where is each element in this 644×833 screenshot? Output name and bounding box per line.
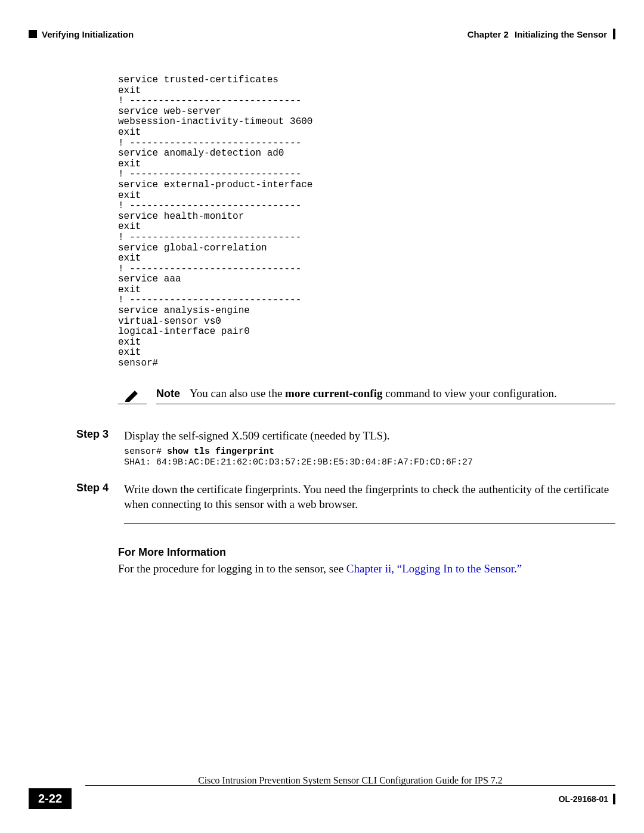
section-divider bbox=[124, 523, 615, 524]
note-prefix: You can also use the bbox=[190, 387, 285, 400]
note-text-row: Note You can also use the more current-c… bbox=[156, 387, 615, 404]
footer-center: Cisco Intrusion Prevention System Sensor… bbox=[85, 775, 615, 786]
header-chapter-title: Initializing the Sensor bbox=[515, 29, 607, 39]
note-body: You can also use the more current-config… bbox=[190, 387, 557, 400]
fmi-heading: For More Information bbox=[118, 546, 615, 559]
step-3-body: Display the self-signed X.509 certificat… bbox=[124, 428, 615, 477]
header-section-title: Verifying Initialization bbox=[42, 29, 134, 39]
step-3-cli-output: SHA1: 64:9B:AC:DE:21:62:0C:D3:57:2E:9B:E… bbox=[124, 457, 473, 467]
page: Verifying Initialization Chapter 2 Initi… bbox=[0, 0, 644, 833]
running-header: Verifying Initialization Chapter 2 Initi… bbox=[29, 29, 615, 39]
step-3-cli-cmd: show tls fingerprint bbox=[167, 447, 274, 457]
note-block: Note You can also use the more current-c… bbox=[118, 387, 615, 404]
fmi-prefix: For the procedure for logging in to the … bbox=[118, 562, 346, 575]
header-right: Chapter 2 Initializing the Sensor bbox=[467, 29, 615, 39]
step-4-text: Write down the certificate fingerprints.… bbox=[124, 482, 615, 512]
note-icon-column bbox=[118, 388, 147, 404]
fmi-body: For the procedure for logging in to the … bbox=[118, 562, 615, 575]
vertical-bar-icon bbox=[613, 29, 615, 39]
step-3-cli-prompt: sensor# bbox=[124, 447, 167, 457]
note-label: Note bbox=[156, 388, 180, 400]
square-bullet-icon bbox=[29, 30, 37, 38]
header-left: Verifying Initialization bbox=[29, 29, 134, 39]
step-4: Step 4 Write down the certificate finger… bbox=[76, 482, 615, 541]
footer-rule bbox=[85, 785, 615, 786]
cli-config-output: service trusted-certificates exit ! ----… bbox=[118, 75, 615, 369]
step-3: Step 3 Display the self-signed X.509 cer… bbox=[76, 428, 615, 477]
vertical-bar-icon bbox=[613, 794, 615, 804]
step-4-body: Write down the certificate fingerprints.… bbox=[124, 482, 615, 541]
page-number-badge: 2-22 bbox=[29, 788, 72, 809]
header-chapter-label: Chapter 2 bbox=[467, 29, 509, 39]
pencil-icon bbox=[124, 388, 141, 402]
footer-guide-title: Cisco Intrusion Prevention System Sensor… bbox=[198, 775, 503, 785]
note-underline bbox=[118, 404, 147, 404]
footer-doc-id: OL-29168-01 bbox=[559, 794, 608, 804]
step-3-cli: sensor# show tls fingerprint SHA1: 64:9B… bbox=[124, 447, 615, 467]
step-4-label: Step 4 bbox=[76, 482, 112, 541]
note-bold-command: more current-config bbox=[285, 387, 382, 400]
step-3-label: Step 3 bbox=[76, 428, 112, 477]
running-footer: Cisco Intrusion Prevention System Sensor… bbox=[29, 785, 615, 809]
step-3-text: Display the self-signed X.509 certificat… bbox=[124, 428, 615, 444]
fmi-link[interactable]: Chapter ii, “Logging In to the Sensor.” bbox=[346, 562, 522, 575]
footer-left: 2-22 bbox=[29, 788, 72, 809]
steps: Step 3 Display the self-signed X.509 cer… bbox=[76, 428, 615, 541]
note-suffix: command to view your configuration. bbox=[382, 387, 556, 400]
footer-row: 2-22 OL-29168-01 bbox=[29, 788, 615, 809]
footer-right: OL-29168-01 bbox=[559, 794, 615, 804]
for-more-information: For More Information For the procedure f… bbox=[118, 546, 615, 575]
content-area: service trusted-certificates exit ! ----… bbox=[118, 75, 615, 575]
